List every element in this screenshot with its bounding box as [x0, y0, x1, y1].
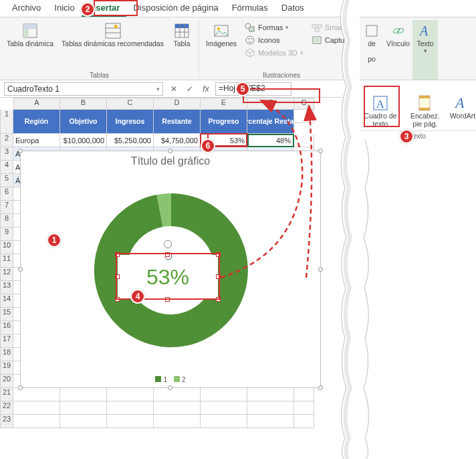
resize-handle[interactable]	[165, 252, 170, 257]
row-header[interactable]: 12	[0, 268, 13, 281]
row-header[interactable]: 8	[0, 214, 13, 227]
wordart-button[interactable]: A WordArt	[449, 92, 476, 129]
cell[interactable]	[154, 401, 201, 415]
tab-formulas[interactable]: Fórmulas	[225, 0, 275, 17]
row-header[interactable]: 9	[0, 227, 13, 241]
cell[interactable]	[247, 415, 294, 428]
resize-handle[interactable]	[115, 297, 120, 302]
formula-bar[interactable]: =Hoja1!$E$2	[215, 82, 291, 96]
cell[interactable]	[201, 401, 247, 415]
row-header[interactable]: 15	[0, 308, 13, 321]
cell[interactable]	[154, 388, 201, 401]
row-header[interactable]: 21	[0, 388, 13, 401]
cell[interactable]	[107, 401, 154, 415]
row-header[interactable]: 4	[0, 161, 13, 174]
cell[interactable]: $5,250,000	[107, 134, 154, 147]
cell[interactable]	[294, 110, 314, 123]
cell-region[interactable]: Europa	[13, 134, 60, 147]
row-header[interactable]: 13	[0, 281, 13, 294]
textbox-button[interactable]: A Cuadro de texto	[360, 92, 401, 129]
chart-handle[interactable]	[168, 385, 172, 390]
tab-data[interactable]: Datos	[275, 0, 311, 17]
cell[interactable]	[13, 415, 60, 428]
images-button[interactable]: Imágenes	[203, 20, 239, 59]
name-box[interactable]: CuadroTexto 1 ▾	[4, 82, 163, 96]
icons-button[interactable]: Iconos	[242, 34, 306, 46]
col-header[interactable]: C	[107, 98, 154, 110]
col-header[interactable]: D	[154, 98, 201, 110]
col-header[interactable]: F	[247, 98, 294, 110]
cell[interactable]	[60, 388, 107, 401]
chart-handle[interactable]	[18, 385, 23, 390]
cell[interactable]	[60, 415, 107, 428]
resize-handle[interactable]	[115, 252, 120, 257]
chart-handle[interactable]	[18, 149, 23, 153]
table-button[interactable]: Tabla	[169, 20, 195, 50]
accept-formula-button[interactable]: ✓	[183, 82, 197, 96]
cell[interactable]: 48%	[247, 134, 294, 147]
chart-handle[interactable]	[318, 385, 323, 390]
row-header[interactable]: 20	[0, 375, 13, 388]
row-header[interactable]: 7	[0, 201, 13, 214]
col-header[interactable]: E	[201, 98, 247, 110]
row-header[interactable]: 3	[0, 147, 13, 161]
cell[interactable]	[107, 415, 154, 428]
tab-file[interactable]: Archivo	[5, 0, 47, 17]
cell[interactable]	[294, 134, 314, 147]
pivot-table-button[interactable]: Tabla dinámica	[4, 20, 56, 50]
row-header[interactable]: 17	[0, 335, 13, 348]
row-header[interactable]: 5	[0, 174, 13, 187]
cell[interactable]	[294, 415, 314, 428]
resize-handle[interactable]	[216, 252, 221, 257]
col-header[interactable]: A	[13, 98, 60, 110]
chart-handle[interactable]	[318, 267, 323, 272]
cell[interactable]: $10,000,000	[60, 134, 107, 147]
resize-handle[interactable]	[165, 297, 170, 302]
row-header[interactable]: 1	[0, 110, 13, 134]
cell[interactable]	[247, 388, 294, 401]
resize-handle[interactable]	[115, 274, 120, 279]
shapes-button[interactable]: Formas ▾	[242, 21, 306, 33]
rotate-handle[interactable]	[164, 240, 172, 248]
text-dropdown-button[interactable]: A Texto ▾	[412, 20, 438, 80]
recommended-pivot-button[interactable]: Tablas dinámicas recomendadas	[59, 20, 166, 50]
models3d-button[interactable]: Modelos 3D ▾	[242, 47, 306, 59]
cancel-formula-button[interactable]: ✕	[167, 82, 181, 96]
col-header[interactable]: G	[294, 98, 314, 110]
cell[interactable]: $4,750,000	[154, 134, 201, 147]
cell[interactable]	[60, 401, 107, 415]
smartart-button[interactable]: SmartArt	[309, 21, 360, 33]
row-header[interactable]: 18	[0, 348, 13, 361]
row-header[interactable]: 2	[0, 134, 13, 147]
ribbon-fragment-de[interactable]: depo	[360, 20, 384, 80]
row-header[interactable]: 10	[0, 241, 13, 254]
chart-title[interactable]: Título del gráfico	[21, 151, 320, 167]
resize-handle[interactable]	[216, 297, 221, 302]
cell[interactable]	[154, 415, 201, 428]
col-header[interactable]: B	[60, 98, 107, 110]
chart-object[interactable]: Título del gráfico 1 2 53%	[20, 151, 321, 388]
tab-layout[interactable]: Disposición de página	[126, 0, 225, 17]
row-header[interactable]: 14	[0, 294, 13, 308]
link-button[interactable]: Vínculo	[384, 20, 412, 80]
resize-handle[interactable]	[216, 274, 221, 279]
cell[interactable]	[294, 388, 314, 401]
row-header[interactable]: 19	[0, 361, 13, 375]
capture-button[interactable]: Captura ▾	[309, 34, 360, 46]
cell[interactable]	[201, 388, 247, 401]
cell[interactable]	[107, 388, 154, 401]
row-header[interactable]: 16	[0, 321, 13, 335]
cell[interactable]	[13, 401, 60, 415]
fx-button[interactable]: fx	[199, 82, 213, 96]
header-footer-button[interactable]: Encabez. pie pág.	[402, 92, 448, 129]
cell[interactable]	[247, 401, 294, 415]
chart-handle[interactable]	[168, 149, 172, 153]
row-header[interactable]: 23	[0, 415, 13, 428]
tab-home[interactable]: Inicio	[47, 0, 81, 17]
row-header[interactable]: 22	[0, 401, 13, 415]
chart-handle[interactable]	[318, 149, 323, 153]
row-header[interactable]: 11	[0, 254, 13, 268]
row-header[interactable]: 6	[0, 187, 13, 201]
cell[interactable]	[13, 388, 60, 401]
cell[interactable]	[294, 401, 314, 415]
